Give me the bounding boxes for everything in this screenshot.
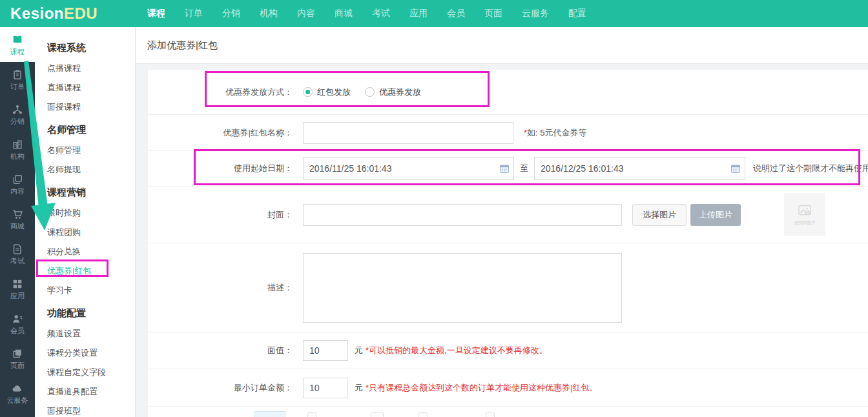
cover-input[interactable] bbox=[303, 204, 622, 226]
start-date-wrap bbox=[303, 157, 514, 180]
menu-item-teacher-withdraw[interactable]: 名师提现 bbox=[35, 160, 135, 179]
start-date-input[interactable] bbox=[303, 157, 514, 180]
coupon-name-input[interactable] bbox=[303, 122, 513, 144]
app-logo: KesionEDU bbox=[10, 5, 88, 23]
menu-item-course-categories[interactable]: 课程分类设置 bbox=[35, 343, 135, 363]
choose-image-button[interactable]: 选择图片 bbox=[632, 204, 687, 226]
menu-item-live-props[interactable]: 直播道具配置 bbox=[35, 382, 135, 402]
coupon-name-hint: *如: 5元代金券等 bbox=[524, 127, 587, 139]
nav-item-exams[interactable]: 考试 bbox=[372, 8, 390, 19]
date-range-hint: 说明过了这个期限才不能再使用 bbox=[753, 163, 868, 174]
menu-item-live-courses[interactable]: 直播课程 bbox=[35, 78, 135, 97]
nav-item-members[interactable]: 会员 bbox=[447, 8, 465, 19]
row-description: 描述： bbox=[148, 243, 868, 332]
nav-item-mall[interactable]: 商城 bbox=[335, 8, 353, 19]
radio-redpacket[interactable] bbox=[303, 87, 313, 97]
sidebar-item-cloud[interactable]: 云服务 bbox=[0, 376, 35, 411]
top-navbar: KesionEDU 课程 订单 分销 机构 内容 商城 考试 应用 会员 页面 … bbox=[0, 0, 868, 27]
sidebar-item-mall[interactable]: 商城 bbox=[0, 201, 35, 236]
menu-item-label: 优惠券|红包 bbox=[47, 266, 91, 276]
menu-item-group-buy[interactable]: 课程团购 bbox=[35, 223, 135, 242]
sidebar-item-pages[interactable]: 页面 bbox=[0, 341, 35, 376]
page-title: 添加优惠券|红包 bbox=[147, 39, 218, 52]
row-face-value: 面值： 元 *可以抵销的最大金额,一旦设定建议不要再修改。 bbox=[148, 332, 868, 369]
date-range-label: 使用起始日期： bbox=[148, 163, 293, 174]
menu-item-custom-fields[interactable]: 课程自定义字段 bbox=[35, 363, 135, 382]
broken-image-icon bbox=[798, 203, 812, 218]
form-card: 优惠券发放方式： 红包发放 优惠券发放 优惠券|红包名称： *如: 5元代金券等… bbox=[148, 70, 868, 417]
nav-item-pages[interactable]: 页面 bbox=[484, 8, 502, 19]
min-order-hint: *只有课程总金额达到这个数的订单才能使用这种优惠券|红包。 bbox=[366, 382, 597, 394]
min-order-label: 最小订单金额： bbox=[148, 382, 293, 394]
radio-coupon[interactable] bbox=[365, 87, 375, 97]
coupon-name-hint-text: 如: 5元代金券等 bbox=[527, 128, 586, 137]
menu-item-channel-settings[interactable]: 频道设置 bbox=[35, 324, 135, 343]
upload-image-button[interactable]: 上传图片 bbox=[690, 204, 741, 226]
sidebar-item-content[interactable]: 内容 bbox=[0, 167, 35, 201]
description-textarea[interactable] bbox=[303, 253, 622, 323]
book-icon bbox=[12, 34, 23, 46]
date-to-separator: 至 bbox=[520, 163, 528, 174]
sidebar-item-label: 考试 bbox=[10, 257, 25, 265]
nav-item-courses[interactable]: 课程 bbox=[147, 8, 165, 19]
cloud-icon bbox=[12, 383, 23, 394]
menu-item-class-types[interactable]: 面授班型 bbox=[35, 402, 135, 417]
menu-item-vod-courses[interactable]: 点播课程 bbox=[35, 59, 135, 78]
menu-item-offline-courses[interactable]: 面授课程 bbox=[35, 97, 135, 117]
min-order-unit: 元 bbox=[355, 382, 363, 394]
calendar-icon[interactable] bbox=[500, 164, 509, 173]
menu-item-points-exchange[interactable]: 积分兑换 bbox=[35, 242, 135, 261]
end-date-input[interactable] bbox=[534, 157, 745, 180]
building-icon bbox=[12, 139, 23, 150]
partial-element bbox=[418, 412, 428, 417]
row-min-order: 最小订单金额： 元 *只有课程总金额达到这个数的订单才能使用这种优惠券|红包。 bbox=[148, 369, 868, 407]
person-icon bbox=[12, 313, 23, 325]
layers-icon bbox=[12, 348, 23, 360]
row-issue-method: 优惠券发放方式： 红包发放 优惠券发放 bbox=[148, 70, 868, 115]
coupon-name-label: 优惠券|红包名称： bbox=[148, 127, 293, 139]
section-title-function-config: 功能配置 bbox=[35, 300, 135, 324]
top-nav-menu: 课程 订单 分销 机构 内容 商城 考试 应用 会员 页面 云服务 配置 bbox=[147, 8, 586, 19]
calendar-icon[interactable] bbox=[731, 164, 740, 173]
face-value-hint: *可以抵销的最大金额,一旦设定建议不要再修改。 bbox=[366, 345, 548, 356]
nav-item-institutions[interactable]: 机构 bbox=[260, 8, 278, 19]
sidebar-item-members[interactable]: 会员 bbox=[0, 306, 35, 341]
nav-item-orders[interactable]: 订单 bbox=[185, 8, 203, 19]
face-value-label: 面值： bbox=[148, 345, 293, 356]
logo-part1: Kesion bbox=[10, 5, 64, 22]
logo-part2: EDU bbox=[64, 5, 98, 22]
sidebar-item-label: 云服务 bbox=[7, 396, 28, 404]
row-cover: 封面： 选择图片 上传图片 没找到图片 bbox=[148, 187, 868, 243]
radio-redpacket-label: 红包发放 bbox=[317, 86, 351, 98]
page-titlebar: 添加优惠券|红包 bbox=[136, 27, 868, 64]
row-date-range: 使用起始日期： 至 说明过了这个期限才不能再使用 bbox=[148, 151, 868, 187]
min-order-input[interactable] bbox=[303, 378, 348, 398]
menu-item-flash-sale[interactable]: 限时抢购 bbox=[35, 203, 135, 223]
sidebar-item-label: 应用 bbox=[10, 292, 25, 300]
sidebar-item-orders[interactable]: 订单 bbox=[0, 62, 35, 97]
file-icon bbox=[12, 243, 23, 255]
partial-element bbox=[371, 412, 384, 417]
nav-item-content[interactable]: 内容 bbox=[297, 8, 315, 19]
description-label: 描述： bbox=[148, 282, 293, 294]
nav-item-distribution[interactable]: 分销 bbox=[222, 8, 240, 19]
nav-item-config[interactable]: 配置 bbox=[568, 8, 586, 19]
row-coupon-name: 优惠券|红包名称： *如: 5元代金券等 bbox=[148, 115, 868, 151]
nav-item-cloud[interactable]: 云服务 bbox=[522, 8, 549, 19]
sidebar-item-label: 商城 bbox=[10, 222, 25, 230]
sidebar-item-courses[interactable]: 课程 bbox=[0, 27, 35, 62]
menu-item-teacher-mgmt[interactable]: 名师管理 bbox=[35, 141, 135, 160]
cover-preview-placeholder: 没找到图片 bbox=[784, 193, 825, 236]
menu-item-study-card[interactable]: 学习卡 bbox=[35, 281, 135, 300]
face-value-input[interactable] bbox=[303, 340, 348, 361]
menu-item-coupon-redpacket[interactable]: 优惠券|红包 bbox=[35, 261, 135, 281]
sidebar-item-exams[interactable]: 考试 bbox=[0, 236, 35, 271]
sidebar-item-label: 课程 bbox=[10, 48, 25, 56]
section-title-course-system: 课程系统 bbox=[35, 35, 135, 59]
sidebar-item-institutions[interactable]: 机构 bbox=[0, 132, 35, 167]
sidebar-item-distribution[interactable]: 分销 bbox=[0, 97, 35, 132]
sidebar-item-label: 机构 bbox=[10, 152, 25, 160]
nav-item-apps[interactable]: 应用 bbox=[409, 8, 428, 19]
documents-icon bbox=[12, 174, 23, 185]
sidebar-item-apps[interactable]: 应用 bbox=[0, 271, 35, 306]
